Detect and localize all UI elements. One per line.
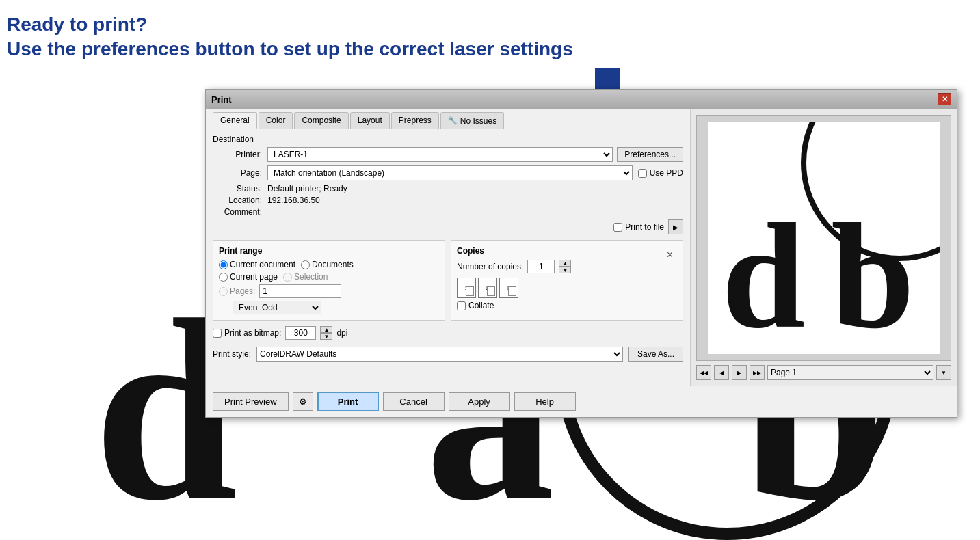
- svg-text:b: b: [831, 193, 914, 354]
- pages-radio[interactable]: Pages:: [219, 286, 255, 296]
- tab-color[interactable]: Color: [259, 112, 293, 129]
- copies-number-row: Number of copies: ▲ ▼: [457, 260, 677, 273]
- pages-input[interactable]: 1: [259, 284, 341, 298]
- dialog-body: General Color Composite Layout Prepress …: [206, 109, 957, 386]
- copies-header: Copies ×: [457, 246, 677, 256]
- print-button[interactable]: Print: [317, 392, 379, 411]
- page-select-nav[interactable]: Page 1: [767, 365, 933, 380]
- tab-bar: General Color Composite Layout Prepress …: [213, 109, 683, 129]
- even-odd-select[interactable]: Even ,Odd: [233, 301, 321, 314]
- title-bar: Print ✕: [206, 90, 957, 109]
- print-style-select[interactable]: CorelDRAW Defaults: [256, 347, 623, 362]
- destination-section-label: Destination: [213, 135, 683, 144]
- printer-row: Printer: LASER-1 Preferences...: [213, 147, 683, 162]
- nav-first-btn[interactable]: ◀◀: [696, 365, 711, 380]
- dpi-up-btn[interactable]: ▲: [320, 326, 332, 333]
- status-row: Status: Default printer; Ready: [213, 184, 683, 193]
- print-style-label: Print style:: [213, 349, 251, 359]
- tab-layout[interactable]: Layout: [350, 112, 390, 129]
- use-ppd-label[interactable]: Use PPD: [638, 168, 683, 178]
- preferences-button[interactable]: Preferences...: [617, 147, 683, 162]
- print-dialog: Print ✕ General Color Composite Layout: [205, 89, 957, 418]
- header-section: Ready to print? Use the preferences butt…: [7, 12, 573, 62]
- copies-title: Copies: [457, 246, 677, 256]
- tab-composite[interactable]: Composite: [294, 112, 348, 129]
- printer-select[interactable]: LASER-1: [267, 147, 613, 162]
- print-range-title: Print range: [219, 246, 439, 256]
- collate-checkbox[interactable]: [457, 301, 466, 310]
- close-button[interactable]: ✕: [938, 93, 951, 105]
- print-preview-button[interactable]: Print Preview: [213, 392, 289, 411]
- preview-image: d b: [708, 122, 940, 354]
- page-row: Page: Match orientation (Landscape): [213, 165, 633, 180]
- page-dropdown-btn[interactable]: ▼: [936, 365, 951, 380]
- help-button[interactable]: Help: [514, 392, 576, 411]
- radio-row-1: Current document Documents: [219, 260, 439, 269]
- dialog-footer: Print Preview ⚙ Print Cancel Apply Help: [206, 386, 957, 417]
- range-copies-section: Print range Current document Documents: [213, 240, 683, 321]
- left-panel: General Color Composite Layout Prepress …: [206, 109, 690, 386]
- apply-button[interactable]: Apply: [449, 392, 510, 411]
- printer-label: Printer:: [213, 150, 267, 159]
- preview-svg: d b: [708, 122, 940, 354]
- bitmap-row: Print as bitmap: ▲ ▼ dpi: [213, 326, 683, 340]
- copies-box: Copies × Number of copies: ▲ ▼ 1: [451, 240, 683, 321]
- header-line1: Ready to print?: [7, 14, 147, 35]
- copies-down-btn[interactable]: ▼: [559, 267, 571, 273]
- tab-prepress[interactable]: Prepress: [391, 112, 439, 129]
- print-range-box: Print range Current document Documents: [213, 240, 445, 321]
- current-document-radio[interactable]: Current document: [219, 260, 295, 269]
- location-value: 192.168.36.50: [267, 195, 320, 205]
- dpi-input[interactable]: [285, 326, 316, 340]
- pages-row: Pages: 1: [219, 284, 439, 298]
- print-to-file-arrow[interactable]: ▶: [668, 219, 683, 234]
- page-select[interactable]: Match orientation (Landscape): [267, 165, 633, 180]
- tab-general[interactable]: General: [213, 112, 257, 129]
- even-odd-row: Even ,Odd: [219, 301, 439, 314]
- documents-radio[interactable]: Documents: [301, 260, 354, 269]
- copy-icon-3: 3: [499, 278, 518, 298]
- nav-next-btn[interactable]: ▶: [732, 365, 747, 380]
- collate-row: Collate: [457, 301, 677, 310]
- copies-close-icon[interactable]: ×: [667, 249, 673, 261]
- comment-label: Comment:: [213, 207, 267, 217]
- header-line2: Use the preferences button to set up the…: [7, 38, 573, 59]
- print-style-row: Print style: CorelDRAW Defaults Save As.…: [213, 347, 683, 362]
- right-panel: d b ◀◀ ◀ ▶ ▶▶ Page 1 ▼: [690, 109, 957, 386]
- wrench-icon: 🔧: [448, 116, 458, 125]
- nav-prev-btn[interactable]: ◀: [714, 365, 729, 380]
- print-to-file-row: Print to file ▶: [213, 219, 683, 234]
- preview-content: d b: [708, 122, 940, 354]
- print-to-file-label[interactable]: Print to file: [613, 222, 664, 232]
- save-as-button[interactable]: Save As...: [628, 347, 683, 362]
- dpi-spinner: ▲ ▼: [320, 326, 332, 340]
- copy-icon-1: 1: [457, 278, 476, 298]
- bitmap-label[interactable]: Print as bitmap:: [213, 328, 281, 338]
- selection-radio[interactable]: Selection: [283, 272, 328, 282]
- settings-icon-button[interactable]: ⚙: [293, 392, 313, 411]
- collate-label: Collate: [468, 301, 494, 310]
- location-label: Location:: [213, 195, 267, 205]
- copy-icon-2: 2: [478, 278, 497, 298]
- dpi-down-btn[interactable]: ▼: [320, 333, 332, 340]
- location-row: Location: 192.168.36.50: [213, 195, 683, 205]
- page-label: Page:: [213, 168, 267, 178]
- svg-text:d: d: [721, 193, 805, 354]
- current-page-radio[interactable]: Current page: [219, 272, 278, 282]
- tab-no-issues[interactable]: 🔧 No Issues: [440, 112, 504, 129]
- cancel-button[interactable]: Cancel: [383, 392, 445, 411]
- comment-row: Comment:: [213, 207, 683, 217]
- dialog-title: Print: [211, 94, 232, 105]
- preview-nav: ◀◀ ◀ ▶ ▶▶ Page 1 ▼: [696, 365, 951, 380]
- use-ppd-checkbox[interactable]: [638, 169, 647, 178]
- print-to-file-checkbox[interactable]: [613, 223, 622, 232]
- copies-number-label: Number of copies:: [457, 262, 523, 271]
- nav-last-btn[interactable]: ▶▶: [750, 365, 765, 380]
- status-label: Status:: [213, 184, 267, 193]
- bitmap-checkbox[interactable]: [213, 329, 222, 338]
- copies-input[interactable]: [527, 260, 555, 273]
- preview-area: d b: [696, 115, 951, 361]
- use-ppd-row: Use PPD: [638, 168, 683, 178]
- copies-up-btn[interactable]: ▲: [559, 260, 571, 267]
- radio-row-2: Current page Selection: [219, 272, 439, 282]
